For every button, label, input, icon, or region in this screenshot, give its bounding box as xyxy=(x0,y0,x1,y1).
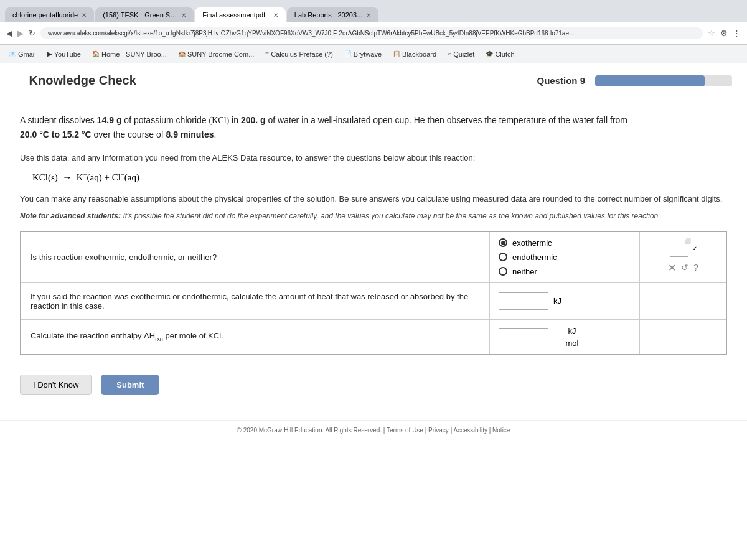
heat-unit: kJ xyxy=(553,296,561,306)
note-label: Note for advanced students: xyxy=(20,212,121,220)
tab-close-icon[interactable]: ✕ xyxy=(366,12,371,19)
youtube-icon: ▶ xyxy=(47,50,52,57)
bookmark-suny-broome[interactable]: 🏫 SUNY Broome Com... xyxy=(174,49,258,59)
dont-know-button[interactable]: I Don't Know xyxy=(20,375,92,395)
browser-tab-chlorine[interactable]: chlorine pentafluoride ✕ xyxy=(5,7,94,22)
radio-endothermic[interactable]: endothermic xyxy=(499,253,631,262)
radio-circle-endothermic[interactable] xyxy=(499,253,507,261)
bookmark-gmail[interactable]: 📧 Gmail xyxy=(5,49,40,59)
clutch-icon: 🎓 xyxy=(486,50,493,57)
undo-button[interactable]: ↺ xyxy=(681,263,688,273)
reaction-equation: KCl(s) → K+(aq) + Cl−(aq) xyxy=(32,171,727,183)
progress-bar xyxy=(595,75,732,86)
bookmark-label: Quizlet xyxy=(453,50,474,58)
radio-circle-exothermic[interactable] xyxy=(499,238,507,247)
quizlet-icon: ○ xyxy=(448,50,451,57)
unit-numerator: kJ xyxy=(568,326,576,335)
tab-close-icon[interactable]: ✕ xyxy=(181,12,186,19)
bookmark-label: Gmail xyxy=(18,50,36,58)
radio-label-endothermic: endothermic xyxy=(512,253,557,262)
extensions-icon[interactable]: ⚙ xyxy=(720,29,728,38)
radio-exothermic[interactable]: exothermic xyxy=(499,238,631,248)
browser-tab-tesk[interactable]: (156) TESK - Green St... ✕ xyxy=(95,7,194,22)
fraction-divider xyxy=(553,337,591,337)
bookmarks-bar: 📧 Gmail ▶ YouTube 🏠 Home - SUNY Broo... … xyxy=(0,45,747,63)
note-body: It's possible the student did not do the… xyxy=(123,212,660,220)
footer: © 2020 McGraw-Hill Education. All Rights… xyxy=(0,420,747,440)
browser-tab-aleks[interactable]: Final assessmentpdf - ✕ xyxy=(195,7,286,22)
radio-label-neither: neither xyxy=(512,267,537,276)
radio-label-exothermic: exothermic xyxy=(512,238,552,248)
bookmark-label: Brytwave xyxy=(354,50,382,58)
row3-question-text: Calculate the reaction enthalpy ΔHrxn pe… xyxy=(31,331,223,342)
clear-button[interactable]: ✕ xyxy=(668,262,676,274)
radio-neither[interactable]: neither xyxy=(499,267,631,276)
answer-table: Is this reaction exothermic, endothermic… xyxy=(20,231,727,355)
url-input[interactable]: www-awu.aleks.com/alekscgi/x/Isl.exe/1o_… xyxy=(40,27,703,39)
forward-icon[interactable]: ▶ xyxy=(17,29,24,38)
instructions-text: Use this data, and any information you n… xyxy=(20,152,727,164)
menu-icon[interactable]: ⋮ xyxy=(733,29,741,38)
bookmark-star-icon[interactable]: ☆ xyxy=(708,29,715,38)
row1-question: Is this reaction exothermic, endothermic… xyxy=(21,232,490,282)
problem-text-part2: 20.0 °C to 15.2 °C over the course of 8.… xyxy=(20,129,216,139)
browser-tab-lab[interactable]: Lab Reports - 20203... ✕ xyxy=(287,7,378,22)
back-icon[interactable]: ◀ xyxy=(6,29,12,38)
bookmark-quizlet[interactable]: ○ Quizlet xyxy=(444,49,478,59)
table-row: If you said the reaction was exothermic … xyxy=(21,283,726,320)
bookmark-label: Blackboard xyxy=(402,50,436,58)
problem-statement: A student dissolves 14.9 g of potassium … xyxy=(20,113,727,142)
checkmark-indicator: ✓ xyxy=(692,245,697,252)
tab-label: Lab Reports - 20203... xyxy=(294,11,362,19)
tab-label: Final assessmentpdf - xyxy=(202,11,270,19)
bookmark-suny-home[interactable]: 🏠 Home - SUNY Broo... xyxy=(88,49,171,59)
problem-text-part1: A student dissolves 14.9 g of potassium … xyxy=(20,115,627,125)
row1-question-text: Is this reaction exothermic, endothermic… xyxy=(31,253,217,262)
superscript: ⬜ xyxy=(685,238,691,244)
row2-input: kJ xyxy=(490,283,639,319)
progress-bar-fill xyxy=(595,75,705,86)
home-icon: 🏠 xyxy=(92,50,100,57)
unit-denominator: mol xyxy=(566,338,579,348)
hamburger-icon[interactable]: ≡ xyxy=(15,74,22,87)
row1-input: exothermic endothermic neither xyxy=(490,232,639,282)
row1-feedback: ⬜ ✓ ✕ ↺ ? xyxy=(639,232,726,282)
bookmark-clutch[interactable]: 🎓 Clutch xyxy=(482,49,518,59)
answer-box: ⬜ xyxy=(670,241,688,257)
table-row: Calculate the reaction enthalpy ΔHrxn pe… xyxy=(21,320,726,354)
tab-close-icon[interactable]: ✕ xyxy=(82,12,87,19)
bookmark-brytwave[interactable]: 📄 Brytwave xyxy=(341,49,385,59)
feedback-controls: ✕ ↺ ? xyxy=(668,262,698,274)
table-row: Is this reaction exothermic, endothermic… xyxy=(21,232,726,283)
bookmark-calculus[interactable]: ≡ Calculus Preface (?) xyxy=(261,49,337,59)
bookmark-label: Home - SUNY Broo... xyxy=(101,50,167,58)
page-title: Knowledge Check xyxy=(29,73,136,88)
row3-input: kJ mol xyxy=(490,320,639,354)
submit-button[interactable]: Submit xyxy=(101,375,159,395)
unit-fraction: kJ mol xyxy=(553,326,591,348)
refresh-icon[interactable]: ↻ xyxy=(29,29,35,38)
assumptions-text: You can make any reasonable assumptions … xyxy=(20,193,727,205)
enthalpy-input[interactable] xyxy=(499,328,548,345)
bookmark-label: Calculus Preface (?) xyxy=(271,50,333,58)
radio-circle-neither[interactable] xyxy=(499,267,507,276)
heat-input[interactable] xyxy=(499,292,548,310)
row2-question: If you said the reaction was exothermic … xyxy=(21,283,490,319)
note-text: Note for advanced students: It's possibl… xyxy=(20,210,727,222)
bottom-buttons: I Don't Know Submit xyxy=(20,365,727,405)
knowledge-check-header: ≡ Knowledge Check Question 9 xyxy=(0,63,747,98)
blackboard-icon: 📋 xyxy=(393,50,400,57)
row3-feedback xyxy=(639,320,726,354)
question-label: Question 9 xyxy=(537,75,585,86)
bookmark-youtube[interactable]: ▶ YouTube xyxy=(44,49,85,59)
row3-question: Calculate the reaction enthalpy ΔHrxn pe… xyxy=(21,320,490,354)
row2-question-text: If you said the reaction was exothermic … xyxy=(31,292,479,310)
bookmark-label: Clutch xyxy=(495,50,514,58)
tab-close-icon[interactable]: ✕ xyxy=(273,12,278,19)
help-button[interactable]: ? xyxy=(693,263,698,273)
calculus-icon: ≡ xyxy=(265,50,269,57)
bookmark-blackboard[interactable]: 📋 Blackboard xyxy=(389,49,440,59)
footer-text: © 2020 McGraw-Hill Education. All Rights… xyxy=(237,427,510,434)
school-icon: 🏫 xyxy=(178,50,186,57)
bookmark-label: SUNY Broome Com... xyxy=(187,50,254,58)
